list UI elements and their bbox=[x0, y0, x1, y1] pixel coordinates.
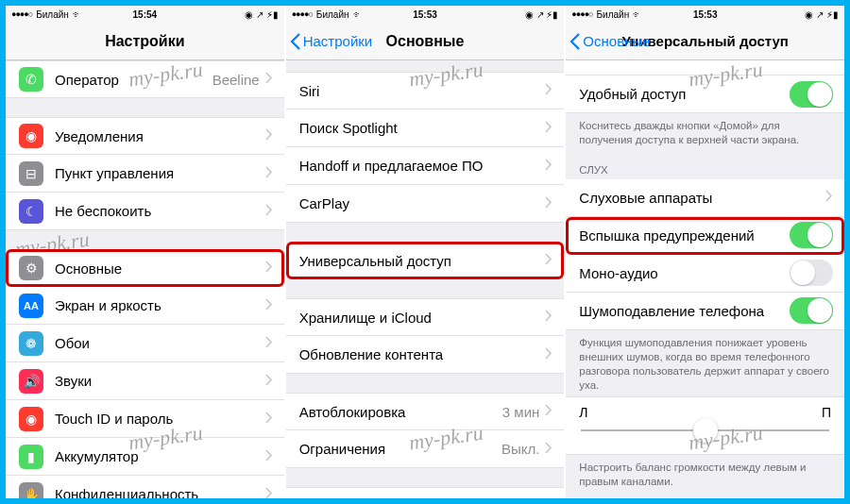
hand-icon: ✋ bbox=[19, 482, 43, 499]
back-button[interactable]: Настройки bbox=[286, 33, 373, 50]
row-noise-cancel[interactable]: Шумоподавление телефона bbox=[566, 293, 844, 330]
balance-slider[interactable] bbox=[581, 429, 829, 431]
row-sounds[interactable]: 🔊 Звуки bbox=[6, 362, 284, 400]
row-home-partial[interactable] bbox=[566, 60, 844, 76]
back-button[interactable]: Основные bbox=[566, 33, 650, 50]
row-flash-alerts[interactable]: Вспышка предупреждений bbox=[566, 217, 844, 255]
sounds-icon: 🔊 bbox=[19, 369, 43, 394]
row-restrictions[interactable]: ОграниченияВыкл. bbox=[286, 430, 565, 468]
row-operator[interactable]: ✆ Оператор Beeline bbox=[6, 60, 284, 98]
row-reachability[interactable]: Удобный доступ bbox=[566, 76, 844, 113]
row-handoff[interactable]: Handoff и предлагаемое ПО bbox=[286, 147, 565, 185]
toggle-noise[interactable] bbox=[790, 297, 833, 324]
noise-note: Функция шумоподавления понижает уровень … bbox=[566, 330, 844, 396]
row-general[interactable]: ⚙ Основные bbox=[6, 249, 284, 287]
navbar: Настройки bbox=[6, 23, 284, 60]
wallpaper-icon: ❁ bbox=[19, 331, 43, 356]
battery-icon: ▮ bbox=[19, 445, 43, 469]
navbar: Настройки Основные bbox=[286, 23, 565, 60]
row-spotlight[interactable]: Поиск Spotlight bbox=[286, 109, 565, 147]
settings-general-screen: ●●●●○Билайнᯤ 15:53 ◉ ↗ ⚡︎▮ Настройки Осн… bbox=[286, 6, 565, 498]
phone-icon: ✆ bbox=[19, 67, 43, 92]
row-refresh[interactable]: Обновление контента bbox=[286, 336, 565, 374]
row-battery[interactable]: ▮ Аккумулятор bbox=[6, 438, 284, 476]
media-header: МЕДИА bbox=[566, 493, 844, 499]
row-control-center[interactable]: ⊟ Пункт управления bbox=[6, 155, 284, 193]
row-notifications[interactable]: ◉ Уведомления bbox=[6, 117, 284, 155]
row-dnd[interactable]: ☾ Не беспокоить bbox=[6, 193, 284, 230]
balance-left-label: Л bbox=[579, 405, 587, 420]
row-wallpaper[interactable]: ❁ Обои bbox=[6, 325, 284, 362]
toggle-reachability[interactable] bbox=[790, 81, 833, 108]
row-carplay[interactable]: CarPlay bbox=[286, 185, 565, 223]
status-bar: ●●●●○Билайнᯤ 15:53 ◉ ↗ ⚡︎▮ bbox=[566, 6, 844, 23]
row-autolock[interactable]: Автоблокировка3 мин bbox=[286, 393, 565, 430]
row-display[interactable]: AA Экран и яркость bbox=[6, 287, 284, 325]
gear-icon: ⚙ bbox=[19, 256, 43, 280]
row-datetime[interactable]: Дата и время bbox=[286, 487, 565, 498]
status-bar: ●●●●○Билайнᯤ 15:54 ◉ ↗ ⚡︎▮ bbox=[6, 6, 284, 23]
row-touchid[interactable]: ◉ Touch ID и пароль bbox=[6, 400, 284, 438]
balance-slider-row: ЛП bbox=[566, 396, 844, 455]
display-icon: AA bbox=[19, 294, 43, 318]
row-siri[interactable]: Siri bbox=[286, 72, 565, 109]
row-mono-audio[interactable]: Моно-аудио bbox=[566, 255, 844, 293]
notifications-icon: ◉ bbox=[19, 124, 43, 148]
row-privacy[interactable]: ✋ Конфиденциальность bbox=[6, 476, 284, 498]
hearing-header: СЛУХ bbox=[566, 151, 844, 179]
navbar: Основные Универсальный доступ bbox=[566, 23, 844, 60]
row-accessibility[interactable]: Универсальный доступ bbox=[286, 242, 565, 279]
fingerprint-icon: ◉ bbox=[19, 407, 43, 431]
control-center-icon: ⊟ bbox=[19, 161, 43, 186]
reachability-note: Коснитесь дважды кнопки «Домой» для полу… bbox=[566, 113, 844, 151]
toggle-mono[interactable] bbox=[790, 260, 833, 286]
balance-right-label: П bbox=[822, 405, 831, 420]
settings-root-screen: ●●●●○Билайнᯤ 15:54 ◉ ↗ ⚡︎▮ Настройки ✆ О… bbox=[6, 6, 284, 498]
row-hearing-aids[interactable]: Слуховые аппараты bbox=[566, 179, 844, 217]
chevron-right-icon bbox=[265, 71, 273, 88]
row-storage[interactable]: Хранилище и iCloud bbox=[286, 298, 565, 336]
status-bar: ●●●●○Билайнᯤ 15:53 ◉ ↗ ⚡︎▮ bbox=[286, 6, 565, 23]
page-title: Настройки bbox=[6, 33, 284, 50]
accessibility-screen: ●●●●○Билайнᯤ 15:53 ◉ ↗ ⚡︎▮ Основные Унив… bbox=[566, 6, 844, 498]
balance-note: Настроить баланс громкости между левым и… bbox=[566, 455, 844, 493]
toggle-flash[interactable] bbox=[790, 222, 833, 248]
moon-icon: ☾ bbox=[19, 199, 43, 224]
